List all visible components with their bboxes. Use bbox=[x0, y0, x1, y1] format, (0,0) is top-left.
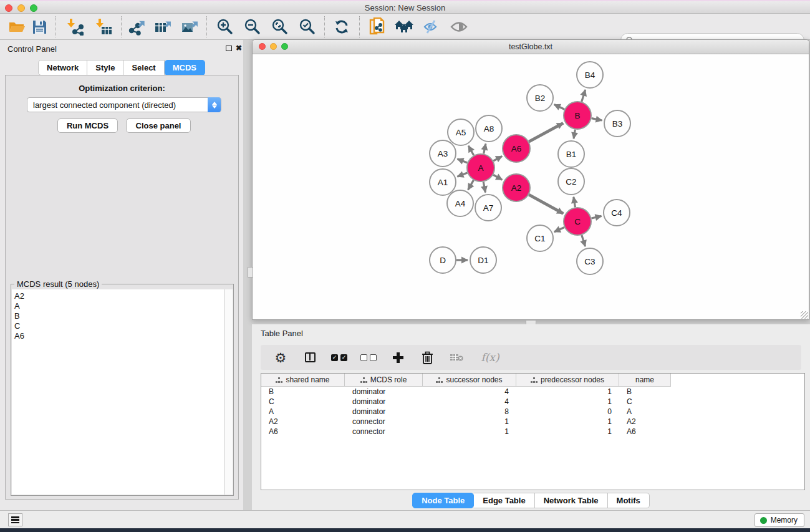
zoom-fit-button[interactable] bbox=[269, 17, 291, 37]
tab-motifs[interactable]: Motifs bbox=[608, 493, 650, 508]
graph-edge-A-A6[interactable] bbox=[493, 156, 502, 161]
delete-column-button[interactable] bbox=[419, 349, 435, 365]
result-list-scrollbar[interactable] bbox=[224, 289, 233, 495]
graph-edge-A-A4[interactable] bbox=[468, 180, 474, 190]
graph-edge-C-C3[interactable] bbox=[582, 235, 586, 246]
table-row[interactable]: Bdominator41B bbox=[261, 387, 804, 397]
graph-edge-B-B2[interactable] bbox=[554, 105, 565, 110]
graph-node-A3[interactable]: A3 bbox=[430, 140, 456, 167]
graph-node-B1[interactable]: B1 bbox=[558, 141, 584, 167]
run-mcds-button[interactable]: Run MCDS bbox=[57, 118, 118, 133]
home-button[interactable] bbox=[393, 17, 415, 37]
table-row[interactable]: A6connector11A6 bbox=[261, 427, 804, 437]
graph-edge-A6-B[interactable] bbox=[529, 123, 563, 142]
refresh-button[interactable] bbox=[331, 17, 352, 37]
graph-edge-A-A1[interactable] bbox=[457, 173, 467, 177]
result-list-item[interactable]: C bbox=[14, 321, 224, 331]
graph-node-A4[interactable]: A4 bbox=[447, 190, 473, 216]
import-network-button[interactable] bbox=[64, 17, 85, 37]
tab-style[interactable]: Style bbox=[87, 60, 123, 75]
column-view-button[interactable] bbox=[302, 349, 318, 365]
result-list-item[interactable]: B bbox=[14, 311, 224, 321]
tab-network-table[interactable]: Network Table bbox=[535, 493, 608, 508]
graph-node-A[interactable]: A bbox=[467, 154, 494, 181]
vertical-split-grip[interactable] bbox=[248, 267, 253, 278]
graph-edge-B-B4[interactable] bbox=[582, 90, 586, 102]
graph-node-A6[interactable]: A6 bbox=[503, 135, 530, 162]
graph-node-D1[interactable]: D1 bbox=[470, 247, 496, 273]
graph-edge-B-B1[interactable] bbox=[574, 130, 575, 139]
optimization-criterion-dropdown[interactable]: largest connected component (directed) bbox=[27, 97, 221, 112]
graph-node-D[interactable]: D bbox=[430, 247, 456, 273]
graph-node-A7[interactable]: A7 bbox=[475, 195, 501, 221]
column-header-successor-nodes[interactable]: successor nodes bbox=[423, 374, 516, 386]
column-header-predecessor-nodes[interactable]: predecessor nodes bbox=[516, 374, 619, 386]
float-panel-icon[interactable] bbox=[226, 46, 232, 51]
graph-node-C[interactable]: C bbox=[564, 208, 591, 235]
table-row[interactable]: Adominator80A bbox=[261, 407, 804, 417]
network-window-titlebar[interactable]: testGlobe.txt bbox=[253, 40, 809, 54]
close-panel-icon[interactable]: ✖ bbox=[236, 44, 242, 52]
graph-node-C4[interactable]: C4 bbox=[604, 200, 630, 226]
graph-edge-B-B3[interactable] bbox=[592, 118, 602, 120]
tab-node-table[interactable]: Node Table bbox=[412, 493, 474, 508]
graph-node-C1[interactable]: C1 bbox=[527, 225, 553, 251]
open-file-button[interactable] bbox=[6, 17, 27, 37]
graph-edge-A-A7[interactable] bbox=[483, 182, 485, 193]
graph-edge-C-C1[interactable] bbox=[554, 227, 564, 231]
graph-node-B[interactable]: B bbox=[564, 102, 591, 129]
graph-node-B2[interactable]: B2 bbox=[527, 85, 553, 111]
tab-mcds[interactable]: MCDS bbox=[165, 60, 205, 75]
export-network-button[interactable] bbox=[125, 17, 147, 37]
network-canvas[interactable]: B4B2BB3A5A8A6B1A3AC2A1A2A4A7C4CC1C3DD1 bbox=[253, 54, 809, 319]
delete-table-button[interactable] bbox=[448, 349, 465, 365]
graph-edge-A-A2[interactable] bbox=[493, 175, 502, 180]
graph-node-C2[interactable]: C2 bbox=[558, 168, 584, 195]
table-row[interactable]: Cdominator41C bbox=[261, 397, 804, 407]
export-image-button[interactable] bbox=[180, 17, 201, 37]
graph-edge-A2-C[interactable] bbox=[529, 195, 563, 213]
column-header-mcds-role[interactable]: MCDS role bbox=[345, 374, 423, 386]
zoom-out-button[interactable] bbox=[242, 17, 263, 37]
graph-node-A8[interactable]: A8 bbox=[476, 115, 502, 142]
graph-edge-A-A5[interactable] bbox=[468, 146, 474, 155]
graph-edge-A-A3[interactable] bbox=[457, 159, 467, 163]
graph-edge-C-C2[interactable] bbox=[574, 197, 576, 208]
tab-network[interactable]: Network bbox=[38, 60, 87, 75]
tab-select[interactable]: Select bbox=[123, 60, 164, 75]
graph-node-A1[interactable]: A1 bbox=[430, 169, 456, 195]
duplicate-network-button[interactable] bbox=[367, 17, 388, 37]
column-header-shared-name[interactable]: shared name bbox=[261, 374, 345, 386]
graph-node-B4[interactable]: B4 bbox=[577, 62, 603, 88]
export-table-button[interactable] bbox=[153, 17, 174, 37]
graph-node-A2[interactable]: A2 bbox=[503, 174, 530, 201]
task-history-button[interactable] bbox=[8, 513, 22, 526]
result-list-item[interactable]: A6 bbox=[14, 331, 224, 341]
result-list-item[interactable]: A bbox=[14, 301, 224, 311]
select-all-button[interactable]: ✓✓ bbox=[331, 349, 347, 365]
hide-panels-button[interactable] bbox=[420, 17, 441, 37]
deselect-all-button[interactable] bbox=[360, 349, 377, 365]
function-builder-button[interactable]: f(x) bbox=[478, 349, 503, 365]
import-table-button[interactable] bbox=[93, 17, 114, 37]
graph-node-B3[interactable]: B3 bbox=[604, 110, 630, 137]
zoom-selected-button[interactable] bbox=[297, 17, 318, 37]
svg-text:A1: A1 bbox=[438, 178, 448, 187]
table-row[interactable]: A2connector11A2 bbox=[261, 417, 804, 427]
graph-node-C3[interactable]: C3 bbox=[577, 248, 603, 274]
tab-edge-table[interactable]: Edge Table bbox=[474, 493, 534, 508]
graph-edge-C-C4[interactable] bbox=[591, 216, 601, 218]
add-column-button[interactable] bbox=[390, 349, 406, 365]
column-header-name[interactable]: name bbox=[619, 374, 671, 386]
close-panel-button[interactable]: Close panel bbox=[126, 118, 191, 133]
memory-button[interactable]: Memory bbox=[755, 513, 804, 527]
save-session-button[interactable] bbox=[29, 17, 50, 37]
settings-gear-button[interactable]: ⚙ bbox=[272, 349, 289, 365]
show-eye-button[interactable] bbox=[448, 17, 470, 37]
resize-grip-icon[interactable] bbox=[801, 311, 808, 319]
zoom-in-button[interactable] bbox=[215, 17, 236, 37]
result-list-item[interactable]: A2 bbox=[14, 291, 224, 301]
graph-edge-A-A8[interactable] bbox=[484, 143, 486, 153]
svg-text:A7: A7 bbox=[483, 203, 494, 213]
graph-node-A5[interactable]: A5 bbox=[448, 119, 474, 145]
